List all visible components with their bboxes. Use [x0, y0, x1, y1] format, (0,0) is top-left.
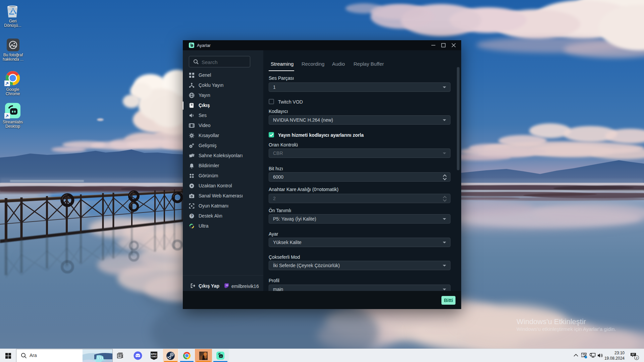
svg-text:2: 2	[636, 356, 637, 360]
svg-text:GAMES: GAMES	[151, 356, 157, 358]
svg-text:?: ?	[191, 214, 193, 218]
svg-text:EPIC: EPIC	[151, 353, 157, 356]
